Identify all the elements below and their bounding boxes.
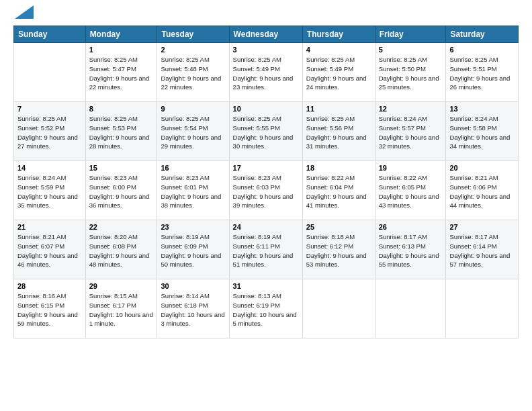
logo-icon bbox=[15, 5, 34, 19]
day-info: Sunrise: 8:23 AMSunset: 6:01 PMDaylight:… bbox=[161, 173, 225, 210]
calendar-cell bbox=[14, 43, 86, 102]
weekday-header-thursday: Thursday bbox=[302, 26, 375, 43]
calendar-cell: 5Sunrise: 8:25 AMSunset: 5:50 PMDaylight… bbox=[375, 43, 446, 102]
calendar-cell: 25Sunrise: 8:18 AMSunset: 6:12 PMDayligh… bbox=[302, 220, 375, 279]
day-number: 4 bbox=[306, 46, 371, 54]
calendar-cell: 29Sunrise: 8:15 AMSunset: 6:17 PMDayligh… bbox=[85, 279, 157, 338]
day-info: Sunrise: 8:25 AMSunset: 5:56 PMDaylight:… bbox=[306, 114, 371, 151]
day-info: Sunrise: 8:17 AMSunset: 6:13 PMDaylight:… bbox=[379, 232, 443, 269]
svg-marker-0 bbox=[15, 5, 34, 19]
calendar-cell: 15Sunrise: 8:23 AMSunset: 6:00 PMDayligh… bbox=[85, 161, 157, 220]
day-number: 26 bbox=[379, 223, 443, 231]
day-number: 8 bbox=[89, 105, 154, 113]
calendar-cell: 30Sunrise: 8:14 AMSunset: 6:18 PMDayligh… bbox=[157, 279, 229, 338]
calendar-cell: 16Sunrise: 8:23 AMSunset: 6:01 PMDayligh… bbox=[157, 161, 229, 220]
day-info: Sunrise: 8:25 AMSunset: 5:52 PMDaylight:… bbox=[17, 114, 82, 151]
day-info: Sunrise: 8:23 AMSunset: 6:00 PMDaylight:… bbox=[89, 173, 154, 210]
day-number: 16 bbox=[161, 164, 225, 172]
weekday-header-row: SundayMondayTuesdayWednesdayThursdayFrid… bbox=[14, 26, 519, 43]
calendar-cell: 19Sunrise: 8:22 AMSunset: 6:05 PMDayligh… bbox=[375, 161, 446, 220]
day-info: Sunrise: 8:24 AMSunset: 5:58 PMDaylight:… bbox=[449, 114, 515, 151]
day-number: 18 bbox=[306, 164, 371, 172]
day-number: 10 bbox=[233, 105, 299, 113]
day-number: 22 bbox=[89, 223, 154, 231]
day-info: Sunrise: 8:25 AMSunset: 5:47 PMDaylight:… bbox=[89, 55, 154, 92]
weekday-header-sunday: Sunday bbox=[14, 26, 86, 43]
day-info: Sunrise: 8:25 AMSunset: 5:51 PMDaylight:… bbox=[449, 55, 515, 92]
calendar-week-row: 28Sunrise: 8:16 AMSunset: 6:15 PMDayligh… bbox=[14, 279, 519, 338]
calendar-cell: 20Sunrise: 8:21 AMSunset: 6:06 PMDayligh… bbox=[446, 161, 519, 220]
weekday-header-tuesday: Tuesday bbox=[157, 26, 229, 43]
calendar-cell: 14Sunrise: 8:24 AMSunset: 5:59 PMDayligh… bbox=[14, 161, 86, 220]
day-info: Sunrise: 8:25 AMSunset: 5:49 PMDaylight:… bbox=[233, 55, 299, 92]
day-info: Sunrise: 8:16 AMSunset: 6:15 PMDaylight:… bbox=[17, 291, 82, 328]
calendar-cell: 31Sunrise: 8:13 AMSunset: 6:19 PMDayligh… bbox=[229, 279, 302, 338]
day-info: Sunrise: 8:20 AMSunset: 6:08 PMDaylight:… bbox=[89, 232, 154, 269]
day-info: Sunrise: 8:13 AMSunset: 6:19 PMDaylight:… bbox=[233, 291, 299, 328]
day-info: Sunrise: 8:21 AMSunset: 6:07 PMDaylight:… bbox=[17, 232, 82, 269]
day-number: 28 bbox=[17, 282, 82, 290]
weekday-header-saturday: Saturday bbox=[446, 26, 519, 43]
day-info: Sunrise: 8:25 AMSunset: 5:54 PMDaylight:… bbox=[161, 114, 225, 151]
day-info: Sunrise: 8:18 AMSunset: 6:12 PMDaylight:… bbox=[306, 232, 371, 269]
day-number: 27 bbox=[449, 223, 515, 231]
day-info: Sunrise: 8:19 AMSunset: 6:11 PMDaylight:… bbox=[233, 232, 299, 269]
calendar-week-row: 14Sunrise: 8:24 AMSunset: 5:59 PMDayligh… bbox=[14, 161, 519, 220]
day-info: Sunrise: 8:25 AMSunset: 5:53 PMDaylight:… bbox=[89, 114, 154, 151]
day-number: 17 bbox=[233, 164, 299, 172]
day-number: 7 bbox=[17, 105, 82, 113]
day-info: Sunrise: 8:25 AMSunset: 5:48 PMDaylight:… bbox=[161, 55, 225, 92]
calendar-week-row: 21Sunrise: 8:21 AMSunset: 6:07 PMDayligh… bbox=[14, 220, 519, 279]
calendar-cell: 13Sunrise: 8:24 AMSunset: 5:58 PMDayligh… bbox=[446, 102, 519, 161]
day-number: 11 bbox=[306, 105, 371, 113]
calendar-cell: 1Sunrise: 8:25 AMSunset: 5:47 PMDaylight… bbox=[85, 43, 157, 102]
day-number: 25 bbox=[306, 223, 371, 231]
calendar-table: SundayMondayTuesdayWednesdayThursdayFrid… bbox=[13, 26, 519, 338]
weekday-header-monday: Monday bbox=[85, 26, 157, 43]
header bbox=[13, 11, 519, 19]
day-number: 29 bbox=[89, 282, 154, 290]
calendar-cell bbox=[446, 279, 519, 338]
day-info: Sunrise: 8:22 AMSunset: 6:05 PMDaylight:… bbox=[379, 173, 443, 210]
calendar-cell: 22Sunrise: 8:20 AMSunset: 6:08 PMDayligh… bbox=[85, 220, 157, 279]
day-info: Sunrise: 8:17 AMSunset: 6:14 PMDaylight:… bbox=[449, 232, 515, 269]
day-number: 12 bbox=[379, 105, 443, 113]
day-number: 9 bbox=[161, 105, 225, 113]
day-info: Sunrise: 8:24 AMSunset: 5:59 PMDaylight:… bbox=[17, 173, 82, 210]
day-number: 2 bbox=[161, 46, 225, 54]
calendar-cell: 27Sunrise: 8:17 AMSunset: 6:14 PMDayligh… bbox=[446, 220, 519, 279]
calendar-cell: 2Sunrise: 8:25 AMSunset: 5:48 PMDaylight… bbox=[157, 43, 229, 102]
day-info: Sunrise: 8:23 AMSunset: 6:03 PMDaylight:… bbox=[233, 173, 299, 210]
calendar-cell: 18Sunrise: 8:22 AMSunset: 6:04 PMDayligh… bbox=[302, 161, 375, 220]
day-number: 1 bbox=[89, 46, 154, 54]
calendar-week-row: 1Sunrise: 8:25 AMSunset: 5:47 PMDaylight… bbox=[14, 43, 519, 102]
calendar-cell: 10Sunrise: 8:25 AMSunset: 5:55 PMDayligh… bbox=[229, 102, 302, 161]
calendar-cell: 24Sunrise: 8:19 AMSunset: 6:11 PMDayligh… bbox=[229, 220, 302, 279]
calendar-cell: 6Sunrise: 8:25 AMSunset: 5:51 PMDaylight… bbox=[446, 43, 519, 102]
day-number: 24 bbox=[233, 223, 299, 231]
calendar-cell: 7Sunrise: 8:25 AMSunset: 5:52 PMDaylight… bbox=[14, 102, 86, 161]
day-number: 13 bbox=[449, 105, 515, 113]
page: SundayMondayTuesdayWednesdayThursdayFrid… bbox=[0, 0, 532, 411]
day-info: Sunrise: 8:25 AMSunset: 5:49 PMDaylight:… bbox=[306, 55, 371, 92]
day-number: 14 bbox=[17, 164, 82, 172]
day-info: Sunrise: 8:15 AMSunset: 6:17 PMDaylight:… bbox=[89, 291, 154, 328]
calendar-cell: 12Sunrise: 8:24 AMSunset: 5:57 PMDayligh… bbox=[375, 102, 446, 161]
calendar-cell: 17Sunrise: 8:23 AMSunset: 6:03 PMDayligh… bbox=[229, 161, 302, 220]
calendar-cell: 8Sunrise: 8:25 AMSunset: 5:53 PMDaylight… bbox=[85, 102, 157, 161]
day-info: Sunrise: 8:21 AMSunset: 6:06 PMDaylight:… bbox=[449, 173, 515, 210]
day-info: Sunrise: 8:24 AMSunset: 5:57 PMDaylight:… bbox=[379, 114, 443, 151]
day-info: Sunrise: 8:14 AMSunset: 6:18 PMDaylight:… bbox=[161, 291, 225, 328]
day-info: Sunrise: 8:19 AMSunset: 6:09 PMDaylight:… bbox=[161, 232, 225, 269]
day-number: 20 bbox=[449, 164, 515, 172]
calendar-cell: 9Sunrise: 8:25 AMSunset: 5:54 PMDaylight… bbox=[157, 102, 229, 161]
calendar-cell: 26Sunrise: 8:17 AMSunset: 6:13 PMDayligh… bbox=[375, 220, 446, 279]
weekday-header-friday: Friday bbox=[375, 26, 446, 43]
calendar-cell bbox=[375, 279, 446, 338]
day-number: 15 bbox=[89, 164, 154, 172]
day-number: 3 bbox=[233, 46, 299, 54]
day-number: 21 bbox=[17, 223, 82, 231]
calendar-cell: 23Sunrise: 8:19 AMSunset: 6:09 PMDayligh… bbox=[157, 220, 229, 279]
calendar-cell: 4Sunrise: 8:25 AMSunset: 5:49 PMDaylight… bbox=[302, 43, 375, 102]
day-info: Sunrise: 8:22 AMSunset: 6:04 PMDaylight:… bbox=[306, 173, 371, 210]
